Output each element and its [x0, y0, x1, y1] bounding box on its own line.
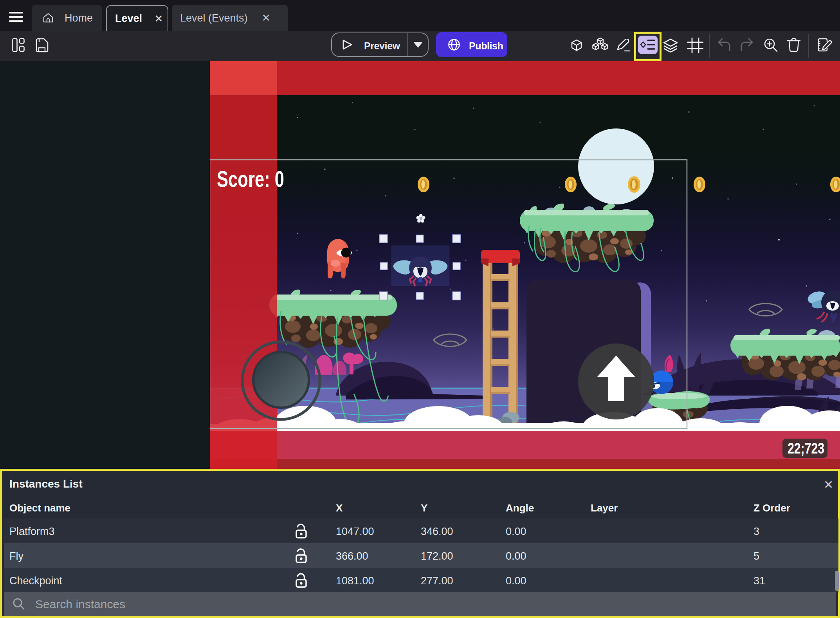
- svg-text:22;723: 22;723: [788, 440, 824, 457]
- svg-text:Score: 0: Score: 0: [217, 166, 284, 192]
